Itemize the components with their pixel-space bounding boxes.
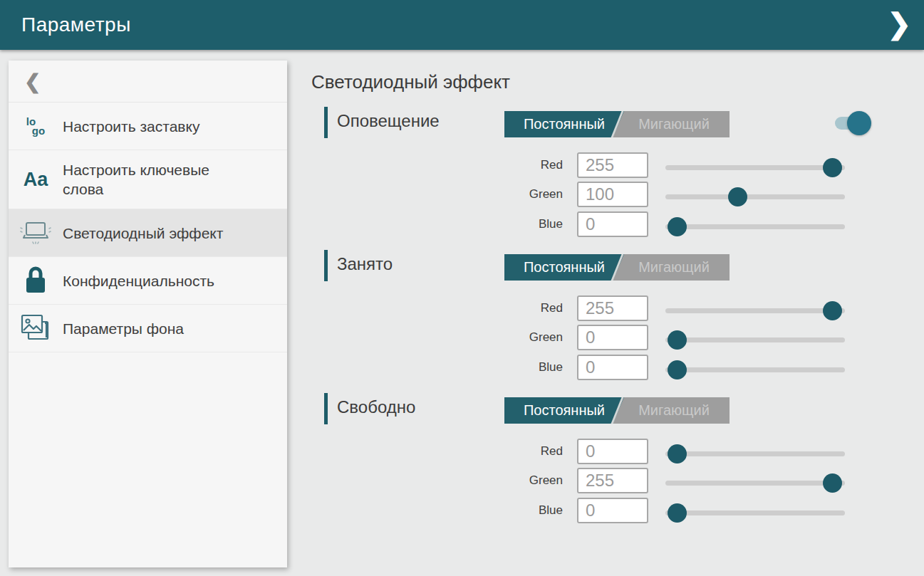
mode-option-blinking[interactable]: Мигающий bbox=[618, 254, 730, 281]
sidebar-item-label: Конфиденциальность bbox=[63, 261, 224, 300]
slider-track bbox=[665, 194, 845, 199]
channel-value-input[interactable] bbox=[577, 468, 648, 493]
sidebar-item-label: Настроить заставку bbox=[63, 107, 209, 146]
section-accent-bar bbox=[324, 107, 328, 138]
sidebar-back-button[interactable]: ❮ bbox=[9, 61, 287, 103]
channel-slider[interactable] bbox=[665, 468, 845, 493]
channel-slider[interactable] bbox=[665, 152, 845, 178]
channel-label: Green bbox=[311, 187, 563, 201]
slider-track bbox=[665, 165, 845, 170]
slider-track bbox=[665, 510, 845, 515]
channel-slider[interactable] bbox=[665, 325, 845, 350]
channel-row-blue: Blue bbox=[311, 211, 881, 237]
channel-value-input[interactable] bbox=[577, 182, 648, 207]
enable-switch[interactable] bbox=[835, 117, 866, 130]
sidebar-item-label: Параметры фона bbox=[63, 309, 194, 348]
channel-row-green: Green bbox=[311, 182, 881, 207]
sidebar-item-privacy[interactable]: Конфиденциальность bbox=[9, 257, 287, 305]
channel-value-input[interactable] bbox=[577, 439, 648, 464]
section-title: Занято bbox=[337, 254, 393, 274]
slider-thumb[interactable] bbox=[823, 301, 842, 320]
channel-label: Red bbox=[311, 444, 563, 459]
sidebar-item-screensaver[interactable]: logo Настроить заставку bbox=[9, 103, 287, 150]
channel-label: Red bbox=[311, 158, 563, 172]
lock-icon bbox=[9, 266, 63, 295]
sidebar-item-label: Светодиодный эффект bbox=[63, 214, 233, 253]
mode-option-constant[interactable]: Постоянный bbox=[504, 254, 624, 281]
switch-knob bbox=[847, 111, 871, 135]
sidebar-item-keywords[interactable]: Aa Настроить ключевые слова bbox=[9, 150, 287, 209]
logo-icon: logo bbox=[9, 117, 63, 135]
mode-option-blinking[interactable]: Мигающий bbox=[618, 111, 730, 137]
section-accent-bar bbox=[324, 250, 328, 281]
slider-thumb[interactable] bbox=[823, 158, 842, 177]
channel-slider[interactable] bbox=[665, 211, 845, 237]
channel-value-input[interactable] bbox=[577, 355, 648, 380]
channel-row-red: Red bbox=[311, 439, 881, 464]
display-icon bbox=[9, 219, 63, 246]
section-free: Свободно Мигающий Постоянный Red Green bbox=[311, 393, 881, 536]
slider-thumb[interactable] bbox=[668, 360, 687, 379]
slider-thumb[interactable] bbox=[728, 187, 747, 206]
slider-track bbox=[665, 337, 845, 342]
channel-row-green: Green bbox=[311, 325, 881, 350]
channel-row-blue: Blue bbox=[311, 355, 881, 380]
channel-slider[interactable] bbox=[665, 182, 845, 207]
channel-value-input[interactable] bbox=[577, 211, 648, 237]
mode-toggle: Мигающий Постоянный bbox=[504, 111, 730, 137]
page-title: Параметры bbox=[21, 14, 131, 36]
app-header: Параметры ❯ bbox=[0, 0, 924, 50]
channel-row-blue: Blue bbox=[311, 498, 881, 523]
mode-toggle: Мигающий Постоянный bbox=[504, 397, 730, 424]
channel-row-green: Green bbox=[311, 468, 881, 493]
channel-label: Blue bbox=[311, 503, 563, 518]
sidebar-item-label: Настроить ключевые слова bbox=[63, 150, 251, 209]
channel-label: Blue bbox=[311, 360, 563, 375]
channel-value-input[interactable] bbox=[577, 325, 648, 350]
led-effect-panel: Светодиодный эффект Оповещение Мигающий … bbox=[311, 71, 881, 93]
mode-option-constant[interactable]: Постоянный bbox=[504, 397, 624, 424]
slider-track bbox=[665, 367, 845, 372]
aa-icon: Aa bbox=[9, 169, 63, 191]
slider-thumb[interactable] bbox=[823, 473, 842, 493]
channel-value-input[interactable] bbox=[577, 295, 648, 321]
slider-track bbox=[665, 224, 845, 229]
channel-slider[interactable] bbox=[665, 439, 845, 464]
slider-track bbox=[665, 481, 845, 486]
channel-label: Red bbox=[311, 301, 563, 315]
slider-thumb[interactable] bbox=[668, 217, 687, 236]
slider-track bbox=[665, 451, 845, 456]
section-notification: Оповещение Мигающий Постоянный Red Green bbox=[311, 107, 881, 250]
section-busy: Занято Мигающий Постоянный Red Green bbox=[311, 250, 881, 393]
mode-option-blinking[interactable]: Мигающий bbox=[618, 397, 730, 424]
sidebar: ❮ logo Настроить заставку Aa Настроить к… bbox=[9, 61, 287, 567]
images-icon bbox=[9, 313, 63, 343]
slider-track bbox=[665, 308, 845, 313]
sidebar-item-led-effect[interactable]: Светодиодный эффект bbox=[9, 209, 287, 257]
channel-row-red: Red bbox=[311, 152, 881, 178]
channel-slider[interactable] bbox=[665, 355, 845, 380]
channel-label: Green bbox=[311, 473, 563, 488]
section-accent-bar bbox=[324, 393, 328, 424]
slider-thumb[interactable] bbox=[668, 503, 687, 523]
slider-thumb[interactable] bbox=[668, 330, 687, 350]
section-title: Свободно bbox=[337, 397, 415, 417]
channel-row-red: Red bbox=[311, 295, 881, 321]
mode-option-constant[interactable]: Постоянный bbox=[504, 111, 624, 137]
slider-thumb[interactable] bbox=[668, 444, 687, 464]
channel-value-input[interactable] bbox=[577, 498, 648, 523]
back-chevron-icon: ❮ bbox=[24, 70, 41, 93]
sidebar-item-background[interactable]: Параметры фона bbox=[9, 305, 287, 352]
panel-title: Светодиодный эффект bbox=[311, 71, 881, 93]
section-title: Оповещение bbox=[337, 111, 440, 131]
channel-slider[interactable] bbox=[665, 295, 845, 321]
channel-label: Green bbox=[311, 330, 563, 345]
channel-slider[interactable] bbox=[665, 498, 845, 523]
mode-toggle: Мигающий Постоянный bbox=[504, 254, 730, 281]
channel-value-input[interactable] bbox=[577, 152, 648, 178]
channel-label: Blue bbox=[311, 217, 563, 231]
forward-chevron-icon[interactable]: ❯ bbox=[887, 9, 911, 38]
